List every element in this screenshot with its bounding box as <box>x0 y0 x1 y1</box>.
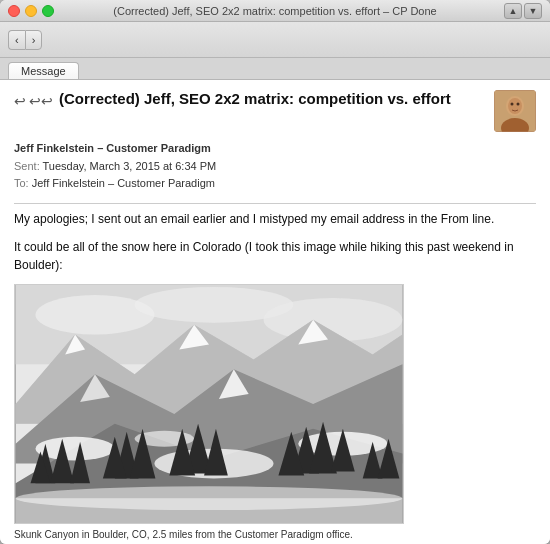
svg-point-42 <box>16 486 403 510</box>
from-value: Jeff Finkelstein – Customer Paradigm <box>14 142 211 154</box>
image-caption: Skunk Canyon in Boulder, CO, 2.5 miles f… <box>14 528 536 544</box>
message-tab[interactable]: Message <box>8 62 79 79</box>
sent-label: Sent: <box>14 160 40 172</box>
email-content: ↩ ↩↩ (Corrected) Jeff, SEO 2x2 matrix: c… <box>0 80 550 544</box>
to-label: To: <box>14 177 29 189</box>
tabbar: Message <box>0 58 550 80</box>
mountain-photo <box>14 284 404 524</box>
body-paragraph-2: It could be all of the snow here in Colo… <box>14 238 536 274</box>
mountain-svg <box>15 285 403 523</box>
reply-all-icon[interactable]: ↩↩ <box>29 93 53 109</box>
to-value: Jeff Finkelstein – Customer Paradigm <box>32 177 215 189</box>
sent-field: Sent: Tuesday, March 3, 2015 at 6:34 PM <box>14 158 536 176</box>
window-title: (Corrected) Jeff, SEO 2x2 matrix: compet… <box>113 5 436 17</box>
window-controls <box>8 5 54 17</box>
avatar-svg <box>494 90 536 132</box>
to-field: To: Jeff Finkelstein – Customer Paradigm <box>14 175 536 193</box>
titlebar: (Corrected) Jeff, SEO 2x2 matrix: compet… <box>0 0 550 22</box>
back-forward-buttons: ‹ › <box>8 30 42 50</box>
email-subject: (Corrected) Jeff, SEO 2x2 matrix: compet… <box>59 90 484 107</box>
body-paragraph-1: My apologies; I sent out an email earlie… <box>14 210 536 228</box>
maximize-button[interactable] <box>42 5 54 17</box>
svg-point-2 <box>508 98 522 114</box>
email-body: My apologies; I sent out an email earlie… <box>14 210 536 544</box>
minimize-button[interactable] <box>25 5 37 17</box>
action-icons: ↩ ↩↩ <box>14 90 53 109</box>
svg-point-4 <box>511 103 514 106</box>
nav-up-arrow[interactable]: ▲ <box>504 3 522 19</box>
avatar <box>494 90 536 132</box>
caption-line1: Skunk Canyon in Boulder, CO, 2.5 miles f… <box>14 529 353 540</box>
email-meta: Jeff Finkelstein – Customer Paradigm Sen… <box>14 140 536 193</box>
email-window: (Corrected) Jeff, SEO 2x2 matrix: compet… <box>0 0 550 544</box>
back-button[interactable]: ‹ <box>8 30 25 50</box>
svg-point-5 <box>517 103 520 106</box>
forward-button[interactable]: › <box>25 30 43 50</box>
from-field: Jeff Finkelstein – Customer Paradigm <box>14 140 536 158</box>
sent-value: Tuesday, March 3, 2015 at 6:34 PM <box>43 160 217 172</box>
nav-down-arrow[interactable]: ▼ <box>524 3 542 19</box>
svg-point-9 <box>35 295 154 335</box>
email-header: ↩ ↩↩ (Corrected) Jeff, SEO 2x2 matrix: c… <box>14 90 536 132</box>
toolbar: ‹ › <box>0 22 550 58</box>
header-divider <box>14 203 536 204</box>
close-button[interactable] <box>8 5 20 17</box>
reply-icon[interactable]: ↩ <box>14 93 26 109</box>
nav-arrows: ▲ ▼ <box>504 3 542 19</box>
